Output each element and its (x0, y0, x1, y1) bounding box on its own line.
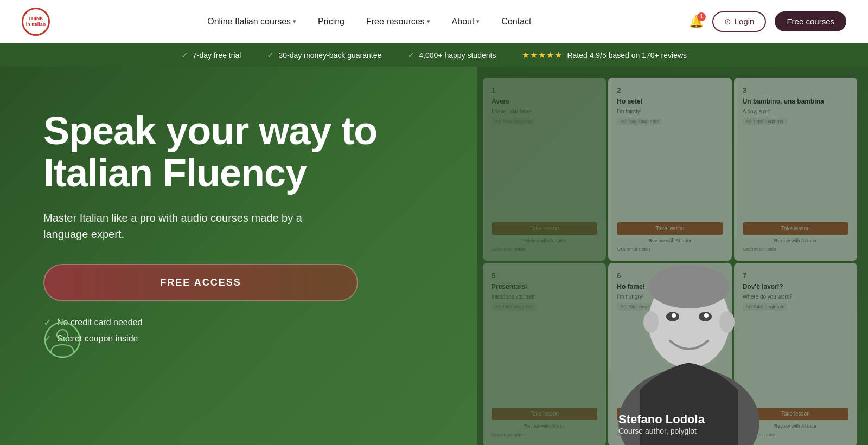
nav-item-free-resources[interactable]: Free resources ▾ (358, 12, 439, 31)
chevron-down-icon: ▾ (427, 18, 430, 25)
svg-point-1 (57, 330, 68, 340)
login-button[interactable]: ⊙ Login (712, 11, 767, 32)
check-icon: ✓ (407, 50, 414, 60)
header: THINKin Italian Online Italian courses ▾… (0, 0, 868, 43)
nav-item-pricing[interactable]: Pricing (309, 12, 353, 31)
svg-point-6 (643, 311, 659, 333)
hero-subtitle: Master Italian like a pro with audio cou… (43, 210, 326, 242)
hero-section: Speak your way to Italian Fluency Master… (0, 67, 868, 445)
trust-bar: ✓ 7-day free trial ✓ 30-day money-back g… (0, 43, 868, 67)
chevron-down-icon: ▾ (476, 18, 480, 25)
svg-point-7 (719, 311, 735, 333)
trust-item-trial: ✓ 7-day free trial (181, 50, 241, 60)
logo-circle: THINKin Italian (22, 8, 50, 36)
avatar-icon (43, 321, 81, 359)
login-icon: ⊙ (724, 17, 731, 27)
hero-left: Speak your way to Italian Fluency Master… (0, 67, 477, 377)
nav-item-about[interactable]: About ▾ (443, 12, 489, 31)
check-icon: ✓ (267, 50, 274, 60)
hero-right: 1 Avere I have, you have... A0 Total beg… (477, 67, 868, 445)
logo[interactable]: THINKin Italian (22, 8, 50, 36)
bullet-no-credit-card: ✓ No credit card needed (43, 317, 445, 328)
svg-point-10 (672, 313, 676, 318)
hero-bullets: ✓ No credit card needed ✓ Secret coupon … (43, 317, 445, 345)
svg-point-11 (704, 313, 709, 318)
star-rating: ★★★★★ (522, 50, 563, 60)
instructor-info: Stefano Lodola Course author, polyglot (618, 412, 705, 435)
trust-item-guarantee: ✓ 30-day money-back guarantee (267, 50, 381, 60)
instructor-area: Stefano Lodola Course author, polyglot (608, 227, 770, 445)
bullet-secret-coupon: ✓ Secret coupon inside (43, 333, 445, 345)
check-icon: ✓ (181, 50, 188, 60)
header-actions: 🔔 1 ⊙ Login Free courses (689, 11, 846, 32)
free-access-button[interactable]: FREE ACCESS (43, 264, 358, 301)
instructor-name: Stefano Lodola (618, 412, 705, 427)
notification-badge: 1 (697, 12, 706, 21)
nav-item-online-italian-courses[interactable]: Online Italian courses ▾ (199, 12, 305, 31)
nav-item-contact[interactable]: Contact (493, 12, 540, 31)
avatar-area (43, 321, 81, 361)
main-nav: Online Italian courses ▾ Pricing Free re… (199, 12, 540, 31)
free-courses-button[interactable]: Free courses (775, 11, 846, 31)
chevron-down-icon: ▾ (293, 18, 296, 25)
notification-bell[interactable]: 🔔 1 (689, 15, 704, 29)
trust-item-rating: ★★★★★ Rated 4.9/5 based on 170+ reviews (522, 50, 687, 60)
hero-title: Speak your way to Italian Fluency (43, 110, 445, 195)
svg-point-5 (648, 265, 730, 308)
instructor-title: Course author, polyglot (618, 427, 705, 435)
trust-item-students: ✓ 4,000+ happy students (407, 50, 496, 60)
